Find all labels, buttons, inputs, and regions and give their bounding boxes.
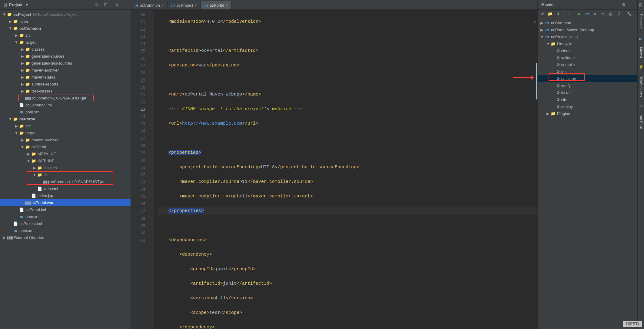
hide-icon[interactable]: — <box>629 2 635 8</box>
close-icon[interactable]: × <box>162 3 164 7</box>
tree-extlibs[interactable]: ▶▮▮▮External Libraries <box>0 234 131 241</box>
hide-icon[interactable]: — <box>123 2 128 8</box>
tree-webxml[interactable]: 📄web.xml <box>0 185 131 192</box>
maven-lifecycle[interactable]: ▼📁Lifecycle <box>538 40 637 47</box>
tree-iml1[interactable]: 📄ocCommon.iml <box>0 102 131 109</box>
dropdown-arrow-icon[interactable]: ▼ <box>25 2 29 7</box>
tree-ocportal2[interactable]: ▼📁ocPortal <box>0 143 131 150</box>
root-label: ocProject <box>13 12 31 17</box>
generate-icon[interactable]: 📁 <box>547 11 553 17</box>
maven-title: Maven <box>541 2 553 7</box>
run-icon[interactable]: ▶ <box>576 11 582 17</box>
tree-iml2[interactable]: 📄ocPortal.iml <box>0 206 131 213</box>
tree-src2[interactable]: ▶📁src <box>0 123 131 129</box>
settings-icon[interactable]: ⚙ <box>114 2 120 8</box>
tree-indexjsp[interactable]: 📄index.jsp <box>0 192 131 199</box>
download-icon[interactable]: ⬇ <box>555 11 561 17</box>
maven-package[interactable]: ⚙ package <box>538 75 637 82</box>
rest-icon[interactable]: ⚡ <box>638 64 644 69</box>
check-icon: ✔ <box>533 19 537 24</box>
red-arrow-annotation <box>513 75 534 80</box>
maven-site[interactable]: ⚙ site <box>538 96 637 103</box>
maven-occommon[interactable]: ▶mocCommon <box>538 19 637 26</box>
tree-target1[interactable]: ▼📁target <box>0 39 131 46</box>
collapse-all-icon[interactable]: ⇵ <box>616 11 621 17</box>
collapse-icon[interactable]: ⇵ <box>102 2 108 8</box>
tree-war[interactable]: ▮▮▮ocPortal.war <box>0 199 131 206</box>
tree-pom2[interactable]: mpom.xml <box>0 213 131 220</box>
locate-icon[interactable]: ⊕ <box>94 2 99 8</box>
project-panel-header: ▤ Project ▼ ⊕ ⇵ ⚙ — <box>0 0 131 10</box>
rail-database[interactable]: Database <box>639 14 643 29</box>
close-icon[interactable]: × <box>226 3 228 7</box>
maven-header: Maven ⚙ — <box>538 0 637 10</box>
tree-target2[interactable]: ▼📁target <box>0 129 131 136</box>
maven-deploy[interactable]: ⚙ deploy <box>538 103 637 110</box>
maven-plugins[interactable]: ▶📁Plugins <box>538 110 637 117</box>
tree-src1[interactable]: ▶📁src <box>0 32 131 39</box>
root-path: D:\IdeaProjects\ocProject <box>33 12 78 17</box>
offline-icon[interactable]: ⟲ <box>600 11 606 17</box>
profile-icon[interactable]: ▤ <box>608 11 613 17</box>
right-tool-rail: 🗄 Database m Maven ⚡ RestServices 🐜 Ant … <box>637 0 644 329</box>
maven-verify[interactable]: ⚙ verify <box>538 82 637 89</box>
maven-compile[interactable]: ⚙ compile <box>538 61 637 68</box>
tree-mvnstat[interactable]: ▶📁maven-status <box>0 74 131 81</box>
tree-surefire[interactable]: ▶📁surefire-reports <box>0 81 131 88</box>
separator <box>111 2 111 7</box>
tree-snap1[interactable]: ▮▮▮ocCommon-1.0-SNAPSHOT.jar <box>0 95 131 102</box>
tree-idea[interactable]: ▶📁.idea <box>0 18 131 25</box>
code-area[interactable]: <modelVersion>4.0.0</modelVersion> <arti… <box>154 10 537 329</box>
line-gutter: 1011121314 1516171819 2021222324 2526272… <box>131 10 148 329</box>
maven-toolbar: ⟳ 📁 ⬇ ＋ ▶ m ⤱ ⟲ ▤ ⇵ 🔧 <box>538 10 637 18</box>
tree-snap2[interactable]: ▮▮▮ocCommon-1.0-SNAPSHOT.jar <box>0 178 131 185</box>
tree-mvnarch2[interactable]: ▶📁maven-archiver <box>0 136 131 143</box>
tree-testcls[interactable]: ▶📁test-classes <box>0 88 131 95</box>
tree-webinf[interactable]: ▼📁WEB-INF <box>0 157 131 164</box>
tree-pom1[interactable]: mpom.xml <box>0 109 131 116</box>
project-tree[interactable]: ▼📁 ocProject D:\IdeaProjects\ocProject ▶… <box>0 10 131 329</box>
tab-ocportal[interactable]: mocPortal× <box>201 1 232 9</box>
wrench-icon[interactable]: 🔧 <box>626 11 632 17</box>
tree-pom3[interactable]: mpom.xml <box>0 227 131 234</box>
project-panel: ▤ Project ▼ ⊕ ⇵ ⚙ — ▼📁 ocProject D:\Idea… <box>0 0 131 329</box>
tree-metainf[interactable]: ▶📁META-INF <box>0 150 131 157</box>
refresh-icon[interactable]: ⟳ <box>539 11 545 17</box>
editor-body[interactable]: 1011121314 1516171819 2021222324 2526272… <box>131 10 537 329</box>
maven-ocproject[interactable]: ▼mocProject(root) <box>538 33 637 40</box>
editor-tabs: mocCommon× mocProject× mocPortal× <box>131 0 537 10</box>
tree-occommon[interactable]: ▼📁ocCommon <box>0 25 131 32</box>
add-icon[interactable]: ＋ <box>566 11 571 17</box>
tree-classes2[interactable]: ▶📁classes <box>0 164 131 171</box>
maven-tree[interactable]: ▶mocCommon ▶mocPortal Maven Webapp ▼mocP… <box>538 18 637 329</box>
tree-mvnarch1[interactable]: ▶📁maven-archiver <box>0 67 131 74</box>
project-view-icon[interactable]: ▤ <box>2 2 8 8</box>
tree-iml3[interactable]: 📄ocProject.iml <box>0 220 131 227</box>
rail-ant[interactable]: Ant Build <box>639 115 643 129</box>
scrollbar-marker <box>536 63 537 99</box>
tree-gentest[interactable]: ▶📁generated-test-sources <box>0 60 131 67</box>
close-icon[interactable]: × <box>195 3 197 7</box>
rail-maven[interactable]: Maven <box>639 47 643 58</box>
maven-test[interactable]: ⚙ test <box>538 68 637 75</box>
maven-clean[interactable]: ⚙ clean <box>538 47 637 54</box>
tree-ocportal[interactable]: ▼📁ocPortal <box>0 116 131 123</box>
svg-marker-1 <box>531 76 534 79</box>
maven-icon[interactable]: m <box>584 11 590 17</box>
tab-ocproject[interactable]: mocProject× <box>168 1 201 9</box>
rail-rest[interactable]: RestServices <box>639 76 643 97</box>
tree-gensrc[interactable]: ▶📁generated-sources <box>0 53 131 60</box>
skip-tests-icon[interactable]: ⤱ <box>592 11 598 17</box>
maven-install[interactable]: ⚙ install <box>538 89 637 96</box>
tree-root[interactable]: ▼📁 ocProject D:\IdeaProjects\ocProject <box>0 11 131 18</box>
maven-ocportalweb[interactable]: ▶mocPortal Maven Webapp <box>538 26 637 33</box>
settings-icon[interactable]: ⚙ <box>621 2 626 8</box>
tab-occommon[interactable]: mocCommon× <box>131 1 168 9</box>
tree-lib[interactable]: ▼📁lib <box>0 171 131 178</box>
tree-classes1[interactable]: ▶📁classes <box>0 46 131 53</box>
maven-rail-icon[interactable]: m <box>638 35 644 41</box>
project-panel-title[interactable]: Project <box>9 2 22 7</box>
maven-validate[interactable]: ⚙ validate <box>538 54 637 61</box>
database-icon[interactable]: 🗄 <box>638 2 644 8</box>
ant-icon[interactable]: 🐜 <box>638 103 644 109</box>
